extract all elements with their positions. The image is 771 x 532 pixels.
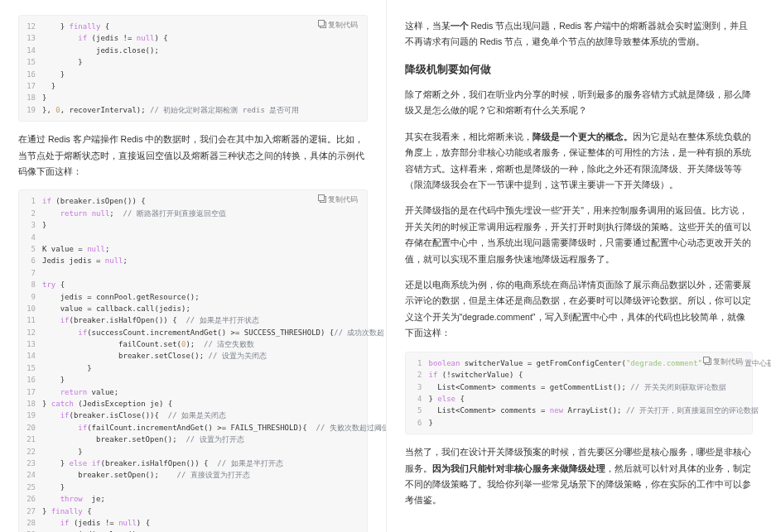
code-line: 27} finally {: [26, 506, 360, 517]
line-number: 5: [412, 405, 429, 416]
line-number: 1: [26, 195, 42, 207]
line-number: 17: [26, 386, 42, 398]
code-content: }, 0, recoverInterval); // 初始化定时器定期检测 re…: [42, 104, 360, 116]
copy-button-2[interactable]: 复制代码: [317, 194, 360, 206]
code-line: 17 return value;: [26, 386, 360, 398]
code-line: 6Jedis jedis = null;: [26, 255, 360, 266]
code-content: }: [42, 362, 360, 374]
code-content: }: [42, 56, 360, 68]
code-line: 5 List<Comment> comments = new ArrayList…: [412, 405, 746, 416]
code-content: if (jedis != null) {: [42, 517, 360, 529]
code-line: 19 if(breaker.isClose()){ // 如果是关闭态: [26, 410, 360, 421]
line-number: 24: [26, 469, 42, 481]
left-paragraph-1: 在通过 Redis 客户端操作 Redis 中的数据时，我们会在其中加入熔断器的…: [18, 132, 368, 180]
code-line: 12 } finally {: [26, 21, 360, 32]
right-paragraph-4: 开关降级指的是在代码中预先埋设一些"开关"，用来控制服务调用的返回值。比方说，开…: [405, 203, 754, 267]
right-paragraph-3: 其实在我看来，相比熔断来说，降级是一个更大的概念。因为它是站在整体系统负载的角度…: [405, 129, 754, 194]
code-line: 15 }: [26, 56, 360, 68]
copy-button-3[interactable]: 复制代码: [702, 356, 745, 368]
line-number: 29: [26, 529, 42, 532]
right-column: 这样，当某一个 Redis 节点出现问题，Redis 客户端中的熔断器就会实时监…: [386, 0, 772, 532]
line-number: 17: [26, 80, 42, 92]
line-number: 15: [26, 56, 42, 68]
line-number: 3: [412, 381, 429, 393]
code-line: 1if (breaker.isOpen()) {: [26, 195, 360, 207]
copy-button-1[interactable]: 复制代码: [317, 19, 360, 31]
right-paragraph-5: 还是以电商系统为例，你的电商系统在商品详情页面除了展示商品数据以外，还需要展示评…: [405, 277, 754, 342]
line-number: 23: [26, 458, 42, 469]
code-content: return value;: [42, 386, 360, 398]
code-line: 6}: [412, 417, 746, 429]
code-content: breaker.setOpen(); // 直接设置为打开态: [42, 469, 360, 481]
code-line: 13 if (jedis != null) {: [26, 32, 360, 44]
line-number: 28: [26, 517, 42, 529]
code-line: 10 value = callback.call(jedis);: [26, 303, 360, 314]
code-line: 3}: [26, 219, 360, 231]
code-line: 5K value = null;: [26, 243, 360, 255]
code-content: } else {: [429, 393, 746, 405]
line-number: 16: [26, 69, 42, 80]
line-number: 7: [26, 267, 42, 279]
line-number: 18: [26, 398, 42, 410]
code-content: value = callback.call(jedis);: [42, 303, 360, 314]
line-number: 15: [26, 362, 42, 374]
code-content: } else if(breaker.isHalfOpen()) { // 如果是…: [42, 458, 360, 469]
code-content: jedis.close();: [42, 45, 360, 56]
code-line: 7: [26, 267, 360, 279]
code-line: 23 } else if(breaker.isHalfOpen()) { // …: [26, 458, 360, 469]
code-content: }: [42, 219, 360, 231]
line-number: 16: [26, 374, 42, 386]
code-line: 16 }: [26, 374, 360, 386]
code-content: K value = null;: [42, 243, 360, 255]
code-content: return null; // 断路器打开则直接返回空值: [42, 208, 360, 219]
right-paragraph-2: 除了熔断之外，我们在听业内分享的时候，听到最多的服务容错方式就是降级，那么降级又…: [405, 87, 754, 119]
line-number: 13: [26, 32, 42, 44]
right-paragraph-1: 这样，当某一个 Redis 节点出现问题，Redis 客户端中的熔断器就会实时监…: [405, 18, 754, 50]
code-line: 8try {: [26, 279, 360, 290]
line-number: 12: [26, 327, 42, 338]
line-number: 10: [26, 303, 42, 314]
line-number: 14: [26, 350, 42, 362]
code-content: failCount.set(0); // 清空失败数: [42, 338, 360, 350]
code-content: if(successCount.incrementAndGet() >= SUC…: [42, 327, 384, 338]
copy-label: 复制代码: [713, 357, 743, 366]
code-content: [42, 232, 360, 243]
line-number: 19: [26, 104, 42, 116]
copy-icon: [320, 196, 326, 203]
code-content: breaker.setClose(); // 设置为关闭态: [42, 350, 360, 362]
code-block-3: 复制代码 1boolean switcherValue = getFromCon…: [405, 352, 754, 434]
code-line: 15 }: [26, 362, 360, 374]
right-paragraph-6: 当然了，我们在设计开关降级预案的时候，首先要区分哪些是核心服务，哪些是非核心服务…: [405, 444, 754, 509]
code-line: 26 throw je;: [26, 493, 360, 505]
code-line: 28 if (jedis != null) {: [26, 517, 360, 529]
code-content: if (jedis != null) {: [42, 32, 360, 44]
code-content: if(breaker.isHalfOpen()) { // 如果是半打开状态: [42, 314, 360, 326]
line-number: 4: [26, 232, 42, 243]
code-line: 21 breaker.setOpen(); // 设置为打开态: [26, 434, 360, 445]
code-line: 25 }: [26, 482, 360, 493]
code-line: 18} catch (JedisException je) {: [26, 398, 360, 410]
code-line: 9 jedis = connPool.getResource();: [26, 291, 360, 303]
code-content: } finally {: [42, 506, 360, 517]
line-number: 25: [26, 482, 42, 493]
line-number: 11: [26, 314, 42, 326]
code-content: } catch (JedisException je) {: [42, 398, 360, 410]
code-content: List<Comment> comments = getCommentList(…: [429, 381, 746, 393]
code-content: jedis.close();: [42, 529, 360, 532]
code-line: 4: [26, 232, 360, 243]
code-line: 22 }: [26, 446, 360, 458]
line-number: 12: [26, 21, 42, 32]
code-line: 12 if(successCount.incrementAndGet() >= …: [26, 327, 360, 338]
code-content: }: [42, 374, 360, 386]
code-content: }: [42, 92, 360, 103]
code-content: }: [42, 446, 360, 458]
code-content: }: [42, 80, 360, 92]
code-content: }: [429, 417, 746, 429]
copy-label: 复制代码: [328, 21, 358, 29]
code-content: if(breaker.isClose()){ // 如果是关闭态: [42, 410, 360, 421]
code-block-2: 复制代码 1if (breaker.isOpen()) {2 return nu…: [18, 189, 368, 532]
code-line: 3 List<Comment> comments = getCommentLis…: [412, 381, 746, 393]
line-number: 2: [26, 208, 42, 219]
line-number: 3: [26, 219, 42, 231]
line-number: 2: [412, 369, 429, 381]
